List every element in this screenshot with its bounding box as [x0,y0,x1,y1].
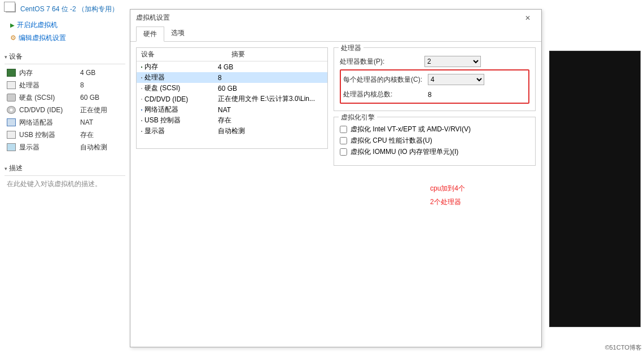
device-value: 4 GB [80,68,95,78]
hardware-list: 设备 摘要 内存 4 GB 处理器 8 硬盘 (SCSI) 60 GB CD/D… [136,47,328,149]
hardware-value: 自动检测 [218,126,327,136]
power-on-link[interactable]: 开启此虚拟机 [10,19,125,32]
device-row[interactable]: 硬盘 (SCSI) 60 GB [5,91,125,104]
tab-options[interactable]: 选项 [164,26,191,41]
cores-highlight-box: 每个处理器的内核数量(C): 4 处理器内核总数: 8 [340,69,529,104]
perf-checkbox[interactable] [340,137,347,144]
description-placeholder: 在此处键入对该虚拟机的描述。 [5,178,125,190]
device-icon [7,118,16,126]
device-value: 8 [80,80,84,90]
devices-list: 内存 4 GB 处理器 8 硬盘 (SCSI) 60 GB CD/DVD (ID… [5,67,125,153]
vm-actions: 开启此虚拟机 编辑虚拟机设置 [5,17,125,50]
hardware-detail-panel: 处理器 处理器数量(P): 2 每个处理器的内核数量(C): 4 [334,47,536,171]
hardware-value: 60 GB [218,85,327,92]
vt-label: 虚拟化 Intel VT-x/EPT 或 AMD-V/RVI(V) [351,125,471,134]
hardware-row[interactable]: 硬盘 (SCSI) 60 GB [137,83,327,94]
hardware-list-header: 设备 摘要 [137,48,327,61]
iommu-checkbox[interactable] [340,148,347,156]
col-device: 设备 [137,48,227,61]
hardware-icon [141,131,142,132]
dialog-title-text: 虚拟机设置 [136,13,170,23]
devices-section-head[interactable]: 设备 [5,50,125,64]
device-label: 网络适配器 [19,117,80,127]
device-value: 60 GB [80,92,99,103]
vm-preview-pane [549,51,641,327]
hardware-row[interactable]: CD/DVD (IDE) 正在使用文件 E:\云计算3.0\Lin... [137,94,327,104]
hardware-label: 内存 [144,62,218,72]
device-icon [7,81,16,89]
device-label: 硬盘 (SCSI) [19,92,80,103]
device-row[interactable]: USB 控制器 存在 [5,129,125,141]
hardware-icon [141,109,142,111]
watermark: ©51CTO博客 [605,343,642,352]
device-icon [7,94,16,102]
processor-count-row: 处理器数量(P): 2 [340,56,529,67]
processor-count-select[interactable]: 2 [424,56,481,67]
col-summary: 摘要 [227,48,327,61]
hardware-row[interactable]: USB 控制器 存在 [137,115,327,126]
vm-title: CentOS 7 64 位 -2 （加构专用） [5,2,125,17]
total-cores-value: 8 [428,91,484,99]
device-row[interactable]: 内存 4 GB [5,67,125,79]
hardware-row[interactable]: 网络适配器 NAT [137,104,327,115]
hardware-value: 4 GB [218,63,327,71]
device-icon [7,69,16,77]
virt-engine-group: 虚拟化引擎 虚拟化 Intel VT-x/EPT 或 AMD-V/RVI(V) … [334,117,536,166]
dialog-titlebar: 虚拟机设置 ✕ [130,10,541,26]
hardware-label: 硬盘 (SCSI) [144,83,218,93]
tab-hardware[interactable]: 硬件 [136,27,164,42]
cores-label: 每个处理器的内核数量(C): [343,75,428,85]
hardware-row[interactable]: 内存 4 GB [137,61,327,72]
perf-label: 虚拟化 CPU 性能计数器(U) [351,136,432,145]
hardware-label: 显示器 [144,126,218,136]
device-label: USB 控制器 [19,130,80,140]
device-label: 内存 [19,68,80,78]
hardware-label: CD/DVD (IDE) [144,95,218,103]
total-cores-row: 处理器内核总数: 8 [341,89,528,100]
hardware-icon [141,67,142,68]
device-row[interactable]: 处理器 8 [5,79,125,91]
hardware-value: 正在使用文件 E:\云计算3.0\Lin... [218,94,327,104]
annotation-line2: 2个处理器 [430,195,465,209]
vt-checkbox[interactable] [340,126,347,133]
hardware-icon [141,77,142,78]
hardware-icon [141,99,142,100]
device-row[interactable]: 网络适配器 NAT [5,116,125,129]
dialog-tabs: 硬件 选项 [130,26,541,42]
device-row[interactable]: CD/DVD (IDE) 正在使用 [5,104,125,116]
device-label: 处理器 [19,80,80,90]
edit-settings-link[interactable]: 编辑虚拟机设置 [10,32,125,44]
device-value: 正在使用 [80,105,107,115]
hardware-label: USB 控制器 [144,116,218,125]
device-icon [7,131,16,139]
vm-settings-dialog: 虚拟机设置 ✕ 硬件 选项 设备 摘要 内存 4 GB 处理器 8 硬盘 (SC… [130,9,542,347]
description-section-head[interactable]: 描述 [5,161,125,176]
virt-engine-title: 虚拟化引擎 [339,113,377,122]
hardware-value: NAT [218,106,327,114]
cores-select[interactable]: 4 [428,74,484,85]
iommu-label: 虚拟化 IOMMU (IO 内存管理单元)(I) [351,147,458,157]
annotation-text: cpu加到4个 2个处理器 [430,182,465,209]
hardware-label: 处理器 [144,73,218,82]
hardware-value: 存在 [218,116,327,125]
hardware-icon [141,120,142,121]
device-value: NAT [80,117,93,127]
total-cores-label: 处理器内核总数: [343,90,428,99]
cores-per-processor-row: 每个处理器的内核数量(C): 4 [341,73,528,86]
device-row[interactable]: 显示器 自动检测 [5,141,125,153]
device-icon [7,106,16,114]
processor-count-label: 处理器数量(P): [340,57,424,67]
processors-group-title: 处理器 [339,43,363,53]
device-label: CD/DVD (IDE) [19,105,80,115]
processors-group: 处理器 处理器数量(P): 2 每个处理器的内核数量(C): 4 [334,47,536,111]
hardware-value: 8 [218,74,327,82]
device-label: 显示器 [19,142,80,152]
vm-overview-panel: CentOS 7 64 位 -2 （加构专用） 开启此虚拟机 编辑虚拟机设置 设… [0,0,130,353]
hardware-label: 网络适配器 [144,105,218,114]
hardware-row[interactable]: 显示器 自动检测 [137,126,327,136]
device-value: 存在 [80,130,94,140]
vm-icon [6,3,16,12]
hardware-row[interactable]: 处理器 8 [137,72,327,83]
dialog-close-button[interactable]: ✕ [520,14,536,22]
device-icon [7,143,16,151]
